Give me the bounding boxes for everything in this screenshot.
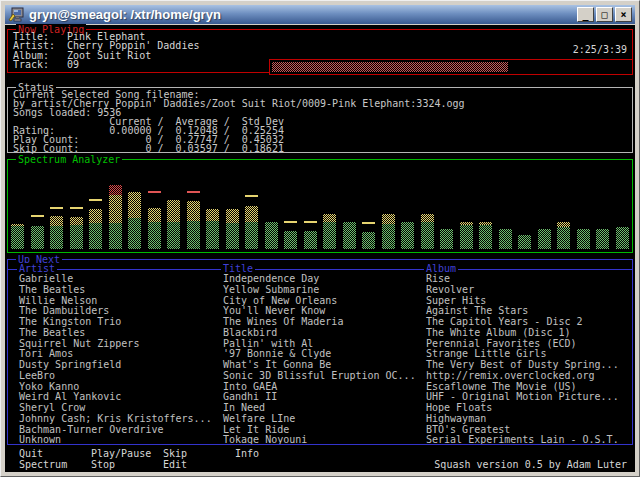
peak-marker [31,215,44,217]
spectrum-bar [343,165,356,249]
spectrum-bar [284,165,297,249]
bar-segment-green [577,229,590,249]
peak-marker [187,191,200,193]
spectrum-bar [382,165,395,249]
status-panel: Status Current Selected Song filename:by… [7,87,633,153]
playlist: GabrielleIndependence DayRiseThe Beatles… [8,274,632,444]
peak-marker [148,191,161,193]
bar-segment-green [518,235,531,249]
playlist-row[interactable]: LeeBroSonic 3D Blissful Eruption OC...ht… [8,371,632,382]
bar-segment-green [479,225,492,249]
bar-segment-green [226,223,239,249]
field-label: Track: [13,60,67,69]
terminal-screen[interactable]: Now Playing Title:Pink ElephantArtist:Ch… [5,25,635,472]
spectrum-bar [596,165,609,249]
bar-segment-green [499,229,512,249]
bar-segment-green [50,226,63,249]
bar-segment-red [109,185,122,195]
spectrum-bars [11,165,629,249]
bar-segment-green [421,222,434,249]
playlist-row[interactable]: Weird Al YankovicGandhi IIUHF - Original… [8,392,632,403]
bar-segment-green [148,222,161,249]
bar-segment-yellow [89,209,102,223]
bar-segment-green [440,229,453,249]
bar-segment-green [401,222,414,249]
spectrum-bar [206,165,219,249]
bar-segment-green [245,222,258,249]
bar-segment-yellow [206,209,219,221]
bar-segment-green [616,227,629,249]
playlist-row[interactable]: Johnny Cash; Kris Kristoffers...Welfare … [8,414,632,425]
bar-segment-green [206,221,219,249]
field-value: Zoot Suit Riot [67,50,151,61]
playlist-row[interactable]: The BeatlesYellow SubmarineRevolver [8,285,632,296]
bar-segment-green [109,223,122,249]
bar-segment-yellow [187,201,200,221]
artist-cell: Unknown [19,435,61,444]
maximize-button[interactable]: □ [596,7,613,22]
spectrum-bar [518,165,531,249]
playlist-row[interactable]: The BeatlesBlackbirdThe White Album (Dis… [8,328,632,339]
album-cell: The White Album (Disc 1) [426,328,571,339]
playlist-row[interactable]: UnknownTokage NoyouniSerial Experiments … [8,435,632,444]
peak-marker [50,207,63,209]
menu-item-play-pause[interactable]: Play/Pause [91,449,151,459]
menu-item-edit[interactable]: Edit [163,460,187,470]
column-header-album[interactable]: Album [424,263,458,274]
bar-segment-green [31,226,44,249]
spectrum-bar [616,165,629,249]
bar-segment-yellow [148,208,161,222]
title-cell: Sonic 3D Blissful Eruption OC... [223,371,416,382]
bar-segment-green [557,227,570,249]
terminal-window: gryn@smeagol: /xtr/home/gryn _ □ × Now P… [0,0,640,477]
spectrum-bar [557,165,570,249]
menu-item-stop[interactable]: Stop [91,460,115,470]
spectrum-bar [226,165,239,249]
up-next-panel: Up Next Artist Title Album GabrielleInde… [7,259,633,445]
spectrum-bar [89,165,102,249]
album-cell: Highwayman [426,414,486,425]
version-text: Squash version 0.5 by Adam Luter [434,460,627,470]
column-header-artist[interactable]: Artist [17,263,57,274]
bar-segment-yellow [421,214,434,222]
spectrum-bar [401,165,414,249]
menu-item-spectrum[interactable]: Spectrum [19,460,67,470]
bar-segment-yellow [167,200,180,222]
bar-segment-green [362,232,375,249]
close-button[interactable]: × [615,7,632,22]
spectrum-analyzer-label: Spectrum Analyzer [16,154,122,165]
bar-segment-green [89,223,102,249]
spectrum-bar [148,165,161,249]
playlist-row[interactable]: GabrielleIndependence DayRise [8,274,632,285]
title-cell: Welfare LIne [223,414,295,425]
track-time: 2:25/3:39 [573,44,627,55]
spectrum-bar [479,165,492,249]
status-lines: Current Selected Song filename:by_artist… [13,90,465,153]
spectrum-bar [538,165,551,249]
menu-row-1: QuitPlay/PauseSkipInfo [5,449,635,459]
bar-segment-yellow [128,192,141,218]
menu-item-info[interactable]: Info [235,449,259,459]
album-cell: Serial Experiments Lain - O.S.T. [426,435,619,444]
spectrum-bar [245,165,258,249]
titlebar[interactable]: gryn@smeagol: /xtr/home/gryn _ □ × [5,5,635,24]
column-header-title[interactable]: Title [221,263,255,274]
spectrum-bar [421,165,434,249]
bar-segment-green [167,222,180,249]
bar-segment-green [187,221,200,249]
peak-marker [284,221,297,223]
minimize-button[interactable]: _ [577,7,594,22]
peak-marker [245,195,258,197]
peak-marker [89,199,102,201]
progress-bar[interactable] [269,59,633,75]
spectrum-bar [167,165,180,249]
menu-item-skip[interactable]: Skip [163,449,187,459]
menu-item-quit[interactable]: Quit [19,449,43,459]
bar-segment-yellow [226,209,239,223]
album-cell: http://remix.overclocked.org [426,371,595,382]
spectrum-bar [362,165,375,249]
bar-segment-yellow [70,217,83,225]
album-cell: Revolver [426,285,474,296]
spectrum-bar [187,165,200,249]
spectrum-bar [265,165,278,249]
